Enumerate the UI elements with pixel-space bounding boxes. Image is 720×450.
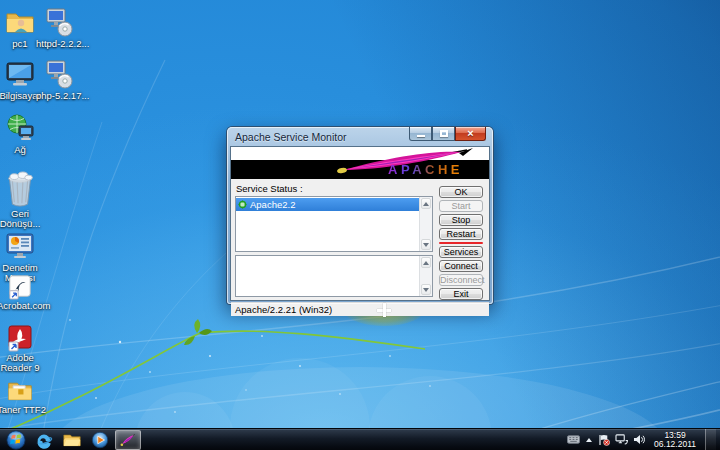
service-running-icon: [238, 200, 247, 209]
desktop-icon-label: Adobe Reader 9: [0, 353, 43, 373]
log-list-scrollbar[interactable]: [419, 256, 432, 296]
acrobat-com-icon: [7, 274, 33, 300]
desktop-icon-taner-folder[interactable]: Taner TTF2: [0, 378, 43, 415]
service-list-scrollbar[interactable]: [419, 197, 432, 251]
apache-service-monitor-window[interactable]: Apache Service Monitor × APACHE: [227, 127, 493, 304]
apache-banner: APACHE: [231, 147, 489, 179]
desktop-icon-adobe-reader[interactable]: Adobe Reader 9: [0, 324, 43, 373]
service-status-label: Service Status :: [235, 181, 433, 196]
stop-button[interactable]: Stop: [439, 214, 483, 226]
triangle-down-icon: [423, 243, 429, 247]
close-icon: ×: [467, 128, 473, 139]
desktop-icon-php-installer[interactable]: php-5.2.17...: [36, 58, 82, 101]
recycle-bin-full-icon: [3, 170, 37, 208]
minimize-button[interactable]: [409, 127, 432, 141]
media-player-icon: [91, 431, 109, 449]
action-center-flag-icon[interactable]: [598, 434, 610, 446]
folder-icon: [6, 378, 34, 404]
desktop-icon-ag-network[interactable]: Ağ: [0, 112, 43, 155]
mouse-cursor-crosshair: [377, 303, 391, 317]
action-buttons: OK Start Stop Restart Services Connect D…: [439, 186, 483, 300]
windows7-desktop: pc1 httpd-2.2.2... Bilgisayar php-5.2.17…: [0, 0, 720, 450]
installer-icon: [43, 58, 75, 90]
taskbar[interactable]: 13:59 06.12.2011: [0, 428, 720, 450]
desktop-icon-label: Ağ: [0, 145, 43, 155]
restart-button[interactable]: Restart: [439, 228, 483, 240]
desktop-icon-label: httpd-2.2.2...: [36, 39, 82, 49]
system-tray: 13:59 06.12.2011: [567, 429, 720, 450]
ok-button[interactable]: OK: [439, 186, 483, 198]
desktop-icon-recycle-bin[interactable]: Geri Dönüşü...: [0, 170, 43, 229]
log-list[interactable]: [235, 255, 433, 297]
taskbar-clock[interactable]: 13:59 06.12.2011: [650, 431, 700, 449]
installer-icon: [43, 6, 75, 38]
clock-date: 06.12.2011: [654, 440, 696, 449]
window-title: Apache Service Monitor: [235, 131, 346, 143]
sparkles: [69, 319, 431, 413]
disconnect-button: Disconnect: [439, 274, 483, 286]
scroll-up-button[interactable]: [421, 257, 431, 268]
network-tray-icon[interactable]: [615, 434, 628, 445]
keyboard-tray-icon[interactable]: [567, 435, 580, 444]
show-desktop-button[interactable]: [705, 429, 716, 450]
volume-tray-icon[interactable]: [633, 434, 645, 445]
status-text: Apache/2.2.21 (Win32): [235, 304, 332, 315]
scroll-down-button[interactable]: [421, 239, 431, 250]
taskbar-windows-explorer[interactable]: [59, 430, 85, 450]
window-titlebar[interactable]: Apache Service Monitor ×: [227, 127, 493, 146]
service-list[interactable]: Apache2.2: [235, 196, 433, 252]
taskbar-internet-explorer[interactable]: [31, 430, 57, 450]
network-globe-icon: [4, 112, 36, 144]
service-row-apache22[interactable]: Apache2.2: [236, 198, 419, 211]
apache-feather-small-icon: [119, 432, 137, 448]
desktop-icon-label: Geri Dönüşü...: [0, 209, 43, 229]
taskbar-apache-monitor[interactable]: [115, 430, 141, 450]
desktop-icon-label: Acrobat.com: [0, 301, 43, 311]
start-button[interactable]: [3, 430, 29, 450]
desktop-icon-httpd-installer[interactable]: httpd-2.2.2...: [36, 6, 82, 49]
taskbar-media-player[interactable]: [87, 430, 113, 450]
leaf-sprig: [184, 319, 212, 345]
shared-folder-icon: [4, 6, 36, 38]
connect-button[interactable]: Connect: [439, 260, 483, 272]
service-name: Apache2.2: [250, 199, 295, 210]
control-panel-icon: [4, 230, 36, 262]
desktop-icon-acrobat-com[interactable]: Acrobat.com: [0, 274, 43, 311]
scroll-down-button[interactable]: [421, 284, 431, 295]
window-statusbar: Apache/2.2.21 (Win32): [231, 302, 489, 316]
maximize-icon: [440, 130, 448, 137]
exit-button[interactable]: Exit: [439, 288, 483, 300]
internet-explorer-icon: [35, 431, 53, 449]
caption-buttons: ×: [409, 127, 486, 141]
explorer-folder-icon: [63, 432, 81, 448]
scroll-up-button[interactable]: [421, 198, 431, 209]
triangle-down-icon: [423, 288, 429, 292]
desktop-icon-label: php-5.2.17...: [36, 91, 82, 101]
start-button: Start: [439, 200, 483, 212]
window-client-area: APACHE Service Status : Apache2.2: [230, 146, 490, 301]
triangle-up-icon: [423, 261, 429, 265]
maximize-button[interactable]: [432, 127, 455, 141]
computer-icon: [4, 58, 36, 90]
desktop-icon-label: Taner TTF2: [0, 405, 43, 415]
apache-logo-text: APACHE: [388, 162, 463, 177]
restart-highlight-underline: [439, 242, 483, 244]
triangle-up-icon: [423, 202, 429, 206]
services-button[interactable]: Services: [439, 246, 483, 258]
close-button[interactable]: ×: [455, 127, 486, 141]
show-hidden-icons-button[interactable]: [585, 437, 593, 443]
adobe-reader-icon: [6, 324, 34, 352]
minimize-icon: [417, 135, 425, 137]
windows-logo-icon: [6, 430, 26, 450]
